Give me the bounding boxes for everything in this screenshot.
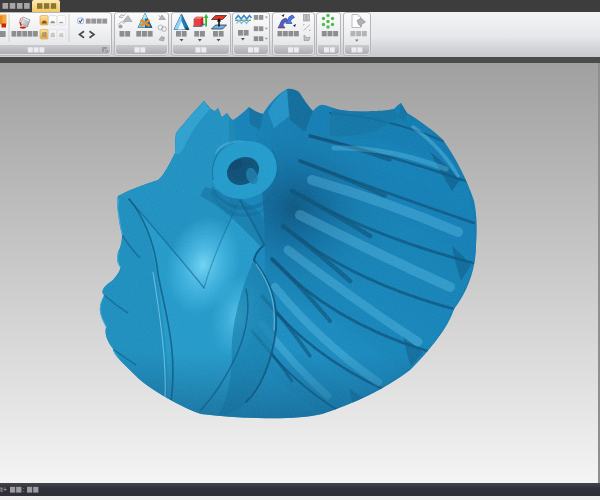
svg-text:lt+: lt+ [0,485,8,494]
svg-text::: : [23,485,25,494]
